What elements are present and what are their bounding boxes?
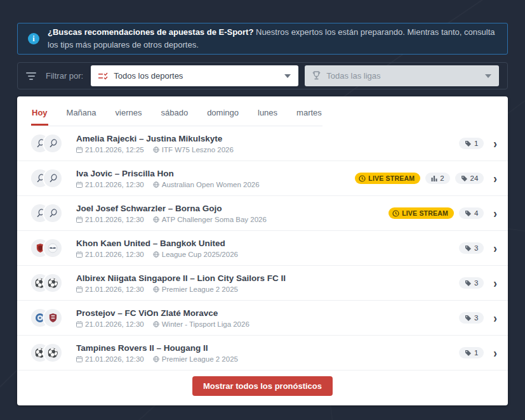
white-team-crest-icon [44,239,62,257]
calendar-icon [76,286,83,292]
match-league: Premier League 2 2025 [162,355,238,363]
tips-count-badge: 1 [459,347,484,358]
match-title: Khon Kaen United – Bangkok United [76,239,238,248]
match-sport-icons: ⚽ ⚽ [31,274,67,292]
calendar-icon [76,181,83,188]
stats-count-badge: 2 [425,173,449,184]
chevron-right-icon: › [493,312,497,324]
match-title: Amelia Rajecki – Justina Mikulskyte [76,134,234,143]
tips-count-badge: 3 [459,242,484,254]
calendar-icon [76,356,83,362]
tab-domingo[interactable]: domingo [206,106,239,126]
match-row[interactable]: ⚽ ⚽ Tampines Rovers II – Hougang II 21.0… [17,336,508,371]
soccer-ball-icon: ⚽ [44,274,62,292]
match-league: ATP Challenger Soma Bay 2026 [162,216,267,223]
clock-icon [392,210,399,217]
globe-icon [153,216,159,223]
league-select-value: Todas las ligas [326,71,485,81]
maroon-team-crest-icon [44,309,62,327]
tab-sabado[interactable]: sábado [160,106,189,126]
match-title: Tampines Rovers II – Hougang II [76,343,238,353]
match-row[interactable]: Prostejov – FC ViOn Zlaté Moravce 21.01.… [17,301,508,336]
tag-icon [461,175,468,182]
match-datetime: 21.01.2026, 12:30 [85,285,144,293]
live-stream-badge: LIVE STREAM [355,173,420,184]
match-row[interactable]: Amelia Rajecki – Justina Mikulskyte 21.0… [17,126,508,161]
tips-count: 3 [474,279,478,287]
banner-text-bold: ¿Buscas recomendaciones de apuestas de E… [48,27,253,37]
tips-count-badge: 3 [459,312,484,324]
tips-count: 1 [474,349,478,357]
tab-lunes[interactable]: lunes [257,106,278,126]
tips-count-badge: 3 [459,277,484,289]
tag-icon [465,245,472,252]
chevron-right-icon: › [493,137,497,150]
tab-hoy[interactable]: Hoy [31,106,48,126]
sport-select[interactable]: Todos los deportes [91,65,298,86]
tag-icon [465,350,472,357]
match-title: Iva Jovic – Priscilla Hon [76,169,260,178]
filter-bar: Filtrar por: Todos los deportes Todas la… [17,62,508,89]
live-stream-badge: LIVE STREAM [389,207,454,219]
match-league: Winter - Tipsport Liga 2026 [162,320,249,328]
match-sport-icons: ⚽ ⚽ [31,344,67,362]
tips-count-badge: 1 [459,138,484,149]
match-league: League Cup 2025/2026 [162,251,238,258]
filter-label: Filtrar por: [46,71,83,81]
league-select[interactable]: Todas las ligas [305,65,499,86]
show-all-predictions-button[interactable]: Mostrar todos los pronósticos [192,376,333,396]
match-row[interactable]: Joel Josef Schwarzler – Borna Gojo 21.01… [17,196,508,231]
tab-martes[interactable]: martes [296,106,322,126]
soccer-ball-icon: ⚽ [44,344,62,362]
live-stream-label: LIVE STREAM [368,174,415,182]
chevron-down-icon [485,74,491,78]
match-datetime: 21.01.2026, 12:25 [85,146,144,154]
tennis-racket-icon [44,169,62,187]
info-icon: i [28,33,39,44]
tips-count: 3 [474,244,478,252]
tennis-racket-icon [44,135,62,152]
tips-count: 24 [470,174,479,182]
stats-icon [431,175,437,181]
banner-text: ¿Buscas recomendaciones de apuestas de E… [48,26,497,51]
match-row[interactable]: ⚽ ⚽ Albirex Niigata Singapore II – Lion … [17,266,508,301]
globe-icon [153,286,159,292]
globe-icon [153,147,159,153]
chevron-right-icon: › [493,207,497,220]
calendar-icon [76,147,83,153]
match-datetime: 21.01.2026, 12:30 [85,251,144,258]
match-league: Australian Open Women 2026 [162,181,260,188]
chevron-right-icon: › [493,172,497,185]
card-footer: Mostrar todos los pronósticos [17,371,508,402]
globe-icon [153,181,159,188]
tips-count: 1 [474,140,478,147]
chevron-right-icon: › [493,346,497,359]
match-row[interactable]: Iva Jovic – Priscilla Hon 21.01.2026, 12… [17,161,508,196]
match-sport-icons [31,135,67,152]
trophy-icon [312,71,321,81]
match-sport-icons [31,204,67,222]
match-datetime: 21.01.2026, 12:30 [85,355,144,363]
tips-card: Hoy Mañana viernes sábado domingo lunes … [17,96,508,405]
day-tabs: Hoy Mañana viernes sábado domingo lunes … [17,96,508,126]
calendar-icon [76,216,83,223]
calendar-icon [76,321,83,327]
calendar-icon [76,251,83,258]
esport-info-banner: i ¿Buscas recomendaciones de apuestas de… [17,23,508,55]
tips-count-badge: 24 [455,173,484,184]
list-check-icon [98,72,108,80]
tag-icon [465,140,472,147]
match-title: Albirex Niigata Singapore II – Lion City… [76,273,286,283]
tab-manana[interactable]: Mañana [66,106,97,126]
globe-icon [153,321,159,327]
match-league: ITF W75 Leszno 2026 [162,146,234,154]
tips-count-badge: 4 [459,207,484,219]
match-datetime: 21.01.2026, 12:30 [85,216,144,223]
tag-icon [465,210,472,217]
match-row[interactable]: Khon Kaen United – Bangkok United 21.01.… [17,231,508,266]
tennis-racket-icon [44,204,62,222]
match-datetime: 21.01.2026, 12:30 [85,320,144,328]
match-sport-icons [31,169,67,187]
match-datetime: 21.01.2026, 12:30 [85,181,144,188]
tab-viernes[interactable]: viernes [115,106,143,126]
